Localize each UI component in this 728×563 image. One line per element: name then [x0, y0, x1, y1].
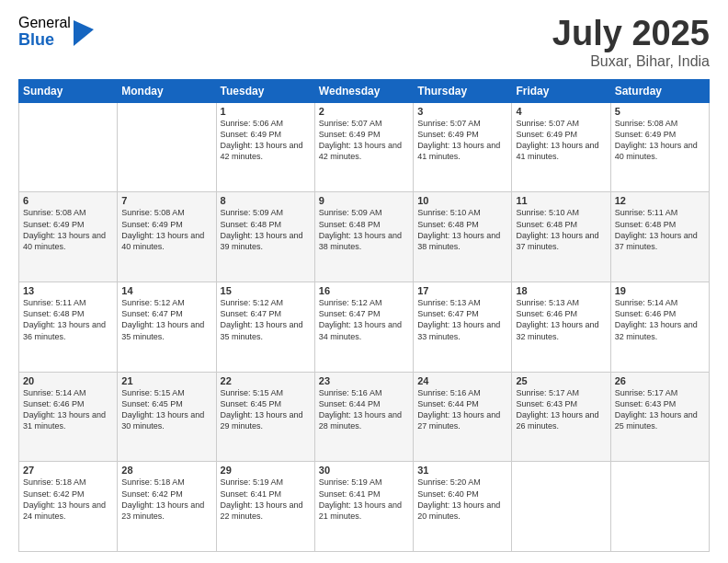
day-info: Sunrise: 5:06 AMSunset: 6:49 PMDaylight:… [221, 118, 311, 163]
location-subtitle: Buxar, Bihar, India [552, 53, 710, 70]
month-title: July 2025 [552, 15, 710, 53]
day-info: Sunrise: 5:11 AMSunset: 6:48 PMDaylight:… [615, 207, 705, 252]
calendar-cell: 3Sunrise: 5:07 AMSunset: 6:49 PMDaylight… [414, 102, 512, 192]
day-info: Sunrise: 5:14 AMSunset: 6:46 PMDaylight:… [615, 297, 705, 342]
day-info: Sunrise: 5:18 AMSunset: 6:42 PMDaylight:… [121, 477, 211, 522]
calendar-cell: 10Sunrise: 5:10 AMSunset: 6:48 PMDayligh… [414, 192, 512, 282]
day-info: Sunrise: 5:17 AMSunset: 6:43 PMDaylight:… [516, 387, 606, 432]
day-number: 25 [516, 375, 606, 386]
day-number: 15 [221, 285, 311, 296]
day-info: Sunrise: 5:10 AMSunset: 6:48 PMDaylight:… [417, 207, 507, 252]
day-number: 21 [121, 375, 211, 386]
day-number: 16 [319, 285, 409, 296]
day-info: Sunrise: 5:11 AMSunset: 6:48 PMDaylight:… [23, 297, 113, 342]
day-number: 26 [615, 375, 705, 386]
calendar-cell: 1Sunrise: 5:06 AMSunset: 6:49 PMDaylight… [216, 102, 314, 192]
weekday-header-thursday: Thursday [414, 79, 512, 102]
svg-marker-0 [74, 20, 94, 46]
day-number: 19 [615, 285, 705, 296]
day-number: 3 [417, 106, 507, 117]
day-info: Sunrise: 5:15 AMSunset: 6:45 PMDaylight:… [121, 387, 211, 432]
calendar-cell: 15Sunrise: 5:12 AMSunset: 6:47 PMDayligh… [216, 282, 314, 373]
day-info: Sunrise: 5:17 AMSunset: 6:43 PMDaylight:… [615, 387, 705, 432]
day-number: 27 [23, 465, 113, 476]
page: General Blue July 2025 Buxar, Bihar, Ind… [0, 0, 728, 563]
day-number: 13 [23, 285, 113, 296]
calendar-cell: 24Sunrise: 5:16 AMSunset: 6:44 PMDayligh… [414, 372, 512, 462]
calendar-cell: 13Sunrise: 5:11 AMSunset: 6:48 PMDayligh… [19, 282, 118, 373]
day-number: 20 [23, 375, 113, 386]
day-number: 7 [121, 195, 211, 206]
day-info: Sunrise: 5:20 AMSunset: 6:40 PMDaylight:… [417, 477, 507, 522]
weekday-header-saturday: Saturday [610, 79, 709, 102]
calendar-cell: 30Sunrise: 5:19 AMSunset: 6:41 PMDayligh… [314, 462, 413, 552]
day-number: 17 [417, 285, 507, 296]
calendar-cell: 9Sunrise: 5:09 AMSunset: 6:48 PMDaylight… [314, 192, 413, 282]
logo-blue: Blue [18, 31, 71, 50]
calendar-week-row: 6Sunrise: 5:08 AMSunset: 6:49 PMDaylight… [19, 192, 710, 282]
calendar-week-row: 1Sunrise: 5:06 AMSunset: 6:49 PMDaylight… [19, 102, 710, 192]
calendar-cell: 28Sunrise: 5:18 AMSunset: 6:42 PMDayligh… [118, 462, 216, 552]
day-info: Sunrise: 5:16 AMSunset: 6:44 PMDaylight:… [417, 387, 507, 432]
day-number: 1 [221, 106, 311, 117]
calendar-week-row: 20Sunrise: 5:14 AMSunset: 6:46 PMDayligh… [19, 372, 710, 462]
day-number: 28 [121, 465, 211, 476]
weekday-header-friday: Friday [512, 79, 610, 102]
calendar-cell: 16Sunrise: 5:12 AMSunset: 6:47 PMDayligh… [314, 282, 413, 373]
header: General Blue July 2025 Buxar, Bihar, Ind… [18, 15, 710, 70]
calendar-cell [610, 462, 709, 552]
calendar-cell: 2Sunrise: 5:07 AMSunset: 6:49 PMDaylight… [314, 102, 413, 192]
calendar-cell: 11Sunrise: 5:10 AMSunset: 6:48 PMDayligh… [512, 192, 610, 282]
calendar-cell: 31Sunrise: 5:20 AMSunset: 6:40 PMDayligh… [414, 462, 512, 552]
calendar-cell: 26Sunrise: 5:17 AMSunset: 6:43 PMDayligh… [610, 372, 709, 462]
calendar-cell [19, 102, 118, 192]
day-number: 9 [319, 195, 409, 206]
day-number: 30 [319, 465, 409, 476]
calendar-cell: 12Sunrise: 5:11 AMSunset: 6:48 PMDayligh… [610, 192, 709, 282]
calendar-week-row: 27Sunrise: 5:18 AMSunset: 6:42 PMDayligh… [19, 462, 710, 552]
day-info: Sunrise: 5:09 AMSunset: 6:48 PMDaylight:… [319, 207, 409, 252]
day-number: 23 [319, 375, 409, 386]
calendar-cell: 23Sunrise: 5:16 AMSunset: 6:44 PMDayligh… [314, 372, 413, 462]
day-info: Sunrise: 5:10 AMSunset: 6:48 PMDaylight:… [516, 207, 606, 252]
day-info: Sunrise: 5:12 AMSunset: 6:47 PMDaylight:… [121, 297, 211, 342]
calendar-cell: 17Sunrise: 5:13 AMSunset: 6:47 PMDayligh… [414, 282, 512, 373]
day-number: 10 [417, 195, 507, 206]
calendar-cell [118, 102, 216, 192]
day-number: 31 [417, 465, 507, 476]
calendar-cell [512, 462, 610, 552]
day-info: Sunrise: 5:19 AMSunset: 6:41 PMDaylight:… [221, 477, 311, 522]
day-info: Sunrise: 5:09 AMSunset: 6:48 PMDaylight:… [221, 207, 311, 252]
day-number: 6 [23, 195, 113, 206]
calendar-cell: 7Sunrise: 5:08 AMSunset: 6:49 PMDaylight… [118, 192, 216, 282]
day-info: Sunrise: 5:15 AMSunset: 6:45 PMDaylight:… [221, 387, 311, 432]
weekday-header-row: SundayMondayTuesdayWednesdayThursdayFrid… [19, 79, 710, 102]
day-info: Sunrise: 5:13 AMSunset: 6:47 PMDaylight:… [417, 297, 507, 342]
logo-general: General [18, 15, 71, 31]
day-number: 14 [121, 285, 211, 296]
day-info: Sunrise: 5:16 AMSunset: 6:44 PMDaylight:… [319, 387, 409, 432]
calendar-cell: 20Sunrise: 5:14 AMSunset: 6:46 PMDayligh… [19, 372, 118, 462]
weekday-header-wednesday: Wednesday [314, 79, 413, 102]
day-number: 11 [516, 195, 606, 206]
calendar-cell: 29Sunrise: 5:19 AMSunset: 6:41 PMDayligh… [216, 462, 314, 552]
calendar-cell: 21Sunrise: 5:15 AMSunset: 6:45 PMDayligh… [118, 372, 216, 462]
calendar-cell: 4Sunrise: 5:07 AMSunset: 6:49 PMDaylight… [512, 102, 610, 192]
day-number: 18 [516, 285, 606, 296]
day-number: 8 [221, 195, 311, 206]
day-number: 24 [417, 375, 507, 386]
day-info: Sunrise: 5:07 AMSunset: 6:49 PMDaylight:… [417, 118, 507, 163]
day-info: Sunrise: 5:07 AMSunset: 6:49 PMDaylight:… [516, 118, 606, 163]
day-info: Sunrise: 5:14 AMSunset: 6:46 PMDaylight:… [23, 387, 113, 432]
day-number: 29 [221, 465, 311, 476]
day-info: Sunrise: 5:12 AMSunset: 6:47 PMDaylight:… [319, 297, 409, 342]
day-number: 5 [615, 106, 705, 117]
calendar-table: SundayMondayTuesdayWednesdayThursdayFrid… [18, 79, 710, 552]
calendar-cell: 25Sunrise: 5:17 AMSunset: 6:43 PMDayligh… [512, 372, 610, 462]
logo: General Blue [18, 15, 94, 49]
weekday-header-tuesday: Tuesday [216, 79, 314, 102]
day-number: 2 [319, 106, 409, 117]
day-info: Sunrise: 5:08 AMSunset: 6:49 PMDaylight:… [121, 207, 211, 252]
day-number: 12 [615, 195, 705, 206]
calendar-cell: 14Sunrise: 5:12 AMSunset: 6:47 PMDayligh… [118, 282, 216, 373]
